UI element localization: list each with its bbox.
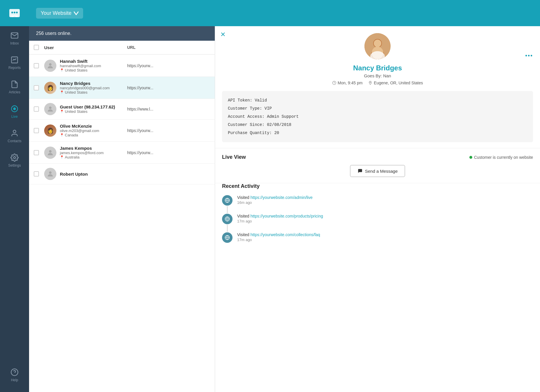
send-message-button[interactable]: Send a Message <box>350 165 405 177</box>
table-row[interactable]: 👩 Nancy Bridges nancybridges000@gmail.co… <box>29 77 215 99</box>
row-checkbox[interactable] <box>34 128 39 133</box>
row-checkbox[interactable] <box>34 85 39 90</box>
sidebar-item-contacts-label: Contacts <box>8 139 21 143</box>
activity-link[interactable]: https://yourwebsite.com/collections/faq <box>251 232 320 237</box>
sidebar-item-help-label: Help <box>11 378 18 382</box>
activity-content: Visited https://yourwebsite.com/collecti… <box>237 232 533 248</box>
sidebar-item-contacts[interactable]: Contacts <box>0 124 29 148</box>
live-view-header: Live View Customer is currently on websi… <box>222 154 533 160</box>
svg-point-13 <box>49 150 52 153</box>
website-selector-button[interactable]: Your Website <box>36 8 83 19</box>
detail-meta: Mon, 9:45 pm Eugene, OR, United States <box>215 81 540 85</box>
user-info: Nancy Bridges nancybridges000@gmail.com … <box>60 81 110 95</box>
sidebar-item-inbox[interactable]: Inbox <box>0 26 29 51</box>
user-email: hannahswift@gmail.com <box>60 64 101 68</box>
activity-line <box>222 232 233 248</box>
svg-point-14 <box>49 171 52 174</box>
activity-globe-icon <box>222 195 233 206</box>
sidebar-item-live[interactable]: Live <box>0 99 29 124</box>
user-name: Robert Upton <box>60 172 88 177</box>
table-row[interactable]: 👩 Olive McKenzie olive.m203@gmail.com 📍 … <box>29 120 215 142</box>
detail-user-alias: Goes By: Nan <box>215 73 540 78</box>
sidebar-item-settings[interactable]: Settings <box>0 148 29 173</box>
location-pin-icon: 📍 <box>60 68 64 72</box>
row-checkbox[interactable] <box>34 106 39 112</box>
svg-point-12 <box>49 106 52 109</box>
timeline-connector <box>227 206 228 213</box>
activity-time: 17m ago <box>237 219 533 223</box>
table-row[interactable]: Hannah Swift hannahswift@gmail.com 📍 Uni… <box>29 55 215 77</box>
svg-point-6 <box>13 107 16 110</box>
live-view-section: Live View Customer is currently on websi… <box>215 148 540 183</box>
default-avatar-icon <box>47 149 54 156</box>
avatar: 👩 <box>44 82 56 94</box>
globe-icon <box>225 235 230 240</box>
sidebar-item-reports-label: Reports <box>8 66 21 70</box>
svg-point-7 <box>13 130 16 133</box>
content-wrapper: 256 users online. User URL <box>29 26 540 392</box>
reports-icon <box>10 56 19 64</box>
user-location: 📍 Australia <box>60 155 103 159</box>
user-name: Guest User (98.234.177.62) <box>60 104 115 109</box>
activity-content: Visited https://yourwebsite.com/admin/li… <box>237 195 533 214</box>
row-checkbox[interactable] <box>34 150 39 155</box>
settings-icon <box>10 154 19 162</box>
user-info: Robert Upton <box>60 172 88 177</box>
api-token: API Token: Valid <box>228 96 527 104</box>
detail-location-value: Eugene, OR, United States <box>374 81 423 85</box>
table-row[interactable]: Guest User (98.234.177.62) 📍 United Stat… <box>29 99 215 120</box>
user-info: Olive McKenzie olive.m203@gmail.com 📍 Ca… <box>60 124 99 137</box>
user-location: 📍 United States <box>60 109 115 114</box>
sidebar-item-reports[interactable]: Reports <box>0 51 29 75</box>
activity-link[interactable]: https://yourwebsite.com/products/pricing <box>251 214 323 218</box>
sidebar-item-settings-label: Settings <box>8 163 21 168</box>
more-options-button[interactable]: ••• <box>525 52 533 59</box>
activity-text: Visited https://yourwebsite.com/collecti… <box>237 232 533 237</box>
detail-info-box: API Token: Valid Customer Type: VIP Acco… <box>222 91 533 142</box>
activity-item: Visited https://yourwebsite.com/collecti… <box>222 232 533 248</box>
website-selector-label: Your Website <box>41 10 71 16</box>
timeline-connector <box>227 225 228 232</box>
row-checkbox[interactable] <box>34 171 39 177</box>
table-row[interactable]: James Kempos james.kempos@fiord.com 📍 Au… <box>29 142 215 164</box>
svg-point-8 <box>14 157 16 159</box>
user-name: Hannah Swift <box>60 59 101 64</box>
activity-link[interactable]: https://yourwebsite.com/admin/live <box>251 195 313 200</box>
intercom-logo-icon <box>9 7 20 19</box>
contacts-icon <box>10 129 19 137</box>
activity-line <box>222 214 233 232</box>
svg-point-2 <box>14 12 15 13</box>
user-url: https://www.l... <box>127 107 210 111</box>
location-pin-icon: 📍 <box>60 90 64 94</box>
avatar: 👩 <box>44 124 56 137</box>
row-checkbox[interactable] <box>34 63 39 68</box>
inbox-icon <box>10 31 19 40</box>
activity-item: Visited https://yourwebsite.com/products… <box>222 214 533 232</box>
account-access: Account Access: Admin Support <box>228 113 527 121</box>
location-pin-icon: 📍 <box>60 133 64 137</box>
user-info: Guest User (98.234.177.62) 📍 United Stat… <box>60 104 115 114</box>
user-location: 📍 Canada <box>60 133 99 137</box>
live-status-text: Customer is currently on website <box>474 155 533 160</box>
sidebar-item-articles[interactable]: Articles <box>0 75 29 99</box>
user-url: https://yourw... <box>127 63 210 68</box>
svg-point-1 <box>11 12 13 13</box>
sidebar-item-articles-label: Articles <box>9 90 20 94</box>
globe-icon <box>225 198 230 203</box>
select-all-checkbox[interactable] <box>34 45 39 50</box>
avatar <box>44 60 56 72</box>
user-location: 📍 United States <box>60 90 110 95</box>
table-row[interactable]: Robert Upton <box>29 164 215 184</box>
close-button[interactable]: ✕ <box>220 31 226 38</box>
detail-avatar <box>364 33 391 59</box>
user-column-header: User <box>44 45 127 50</box>
left-navigation: Inbox Reports Articles Live Contacts <box>0 0 29 392</box>
live-status: Customer is currently on website <box>469 155 533 160</box>
user-url: https://yourw... <box>127 85 210 90</box>
activity-timeline: Visited https://yourwebsite.com/admin/li… <box>222 195 533 248</box>
user-info: Hannah Swift hannahswift@gmail.com 📍 Uni… <box>60 59 101 72</box>
sidebar-item-help[interactable]: Help <box>0 363 29 387</box>
detail-avatar-area <box>215 26 540 59</box>
activity-text: Visited https://yourwebsite.com/products… <box>237 214 533 218</box>
activity-globe-icon <box>222 232 233 243</box>
